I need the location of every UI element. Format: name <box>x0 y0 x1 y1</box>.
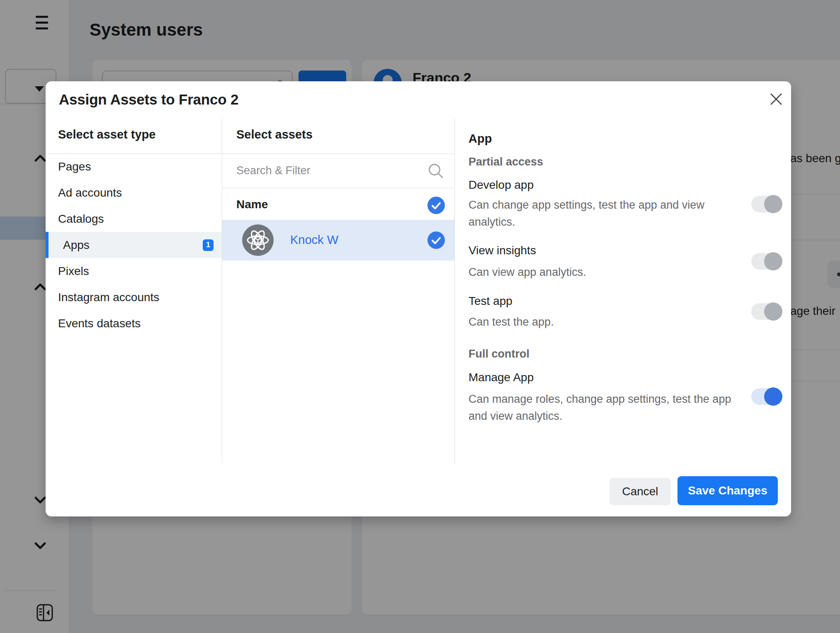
permission-label: Test app <box>469 295 512 308</box>
toggle-manage-app[interactable] <box>751 388 782 405</box>
asset-type-events-datasets[interactable]: Events datasets <box>46 310 222 336</box>
permission-description: Can manage roles, change app settings, t… <box>469 391 740 425</box>
section-heading: Partial access <box>469 156 543 168</box>
asset-type-catalogs[interactable]: Catalogs <box>46 206 222 232</box>
asset-type-pages[interactable]: Pages <box>46 153 222 180</box>
assets-header-row: Name <box>222 188 454 220</box>
atom-app-icon <box>242 224 274 258</box>
permission-label: View insights <box>469 244 536 257</box>
select-all-check-icon[interactable] <box>427 197 445 216</box>
close-icon[interactable] <box>767 90 785 109</box>
panel-header: Select assets <box>236 128 313 141</box>
asset-type-apps[interactable]: Apps 1 <box>46 232 222 258</box>
count-badge: 1 <box>203 239 214 251</box>
search-icon <box>427 162 444 181</box>
permission-description: Can change app settings, test the app an… <box>469 197 740 231</box>
section-heading: Full control <box>469 348 529 360</box>
asset-name: Knock W <box>290 233 338 247</box>
assets-panel: Select assets Name <box>222 118 455 463</box>
assign-assets-dialog: Assign Assets to Franco 2 Select asset t… <box>46 81 791 516</box>
asset-type-ad-accounts[interactable]: Ad accounts <box>46 180 222 206</box>
permission-description: Can test the app. <box>469 314 740 331</box>
asset-type-pixels[interactable]: Pixels <box>46 258 222 284</box>
asset-row-knock-w[interactable]: Knock W <box>222 220 454 261</box>
assets-search-input[interactable] <box>222 153 454 188</box>
permission-description: Can view app analytics. <box>469 264 740 281</box>
selected-accent-bar <box>46 232 49 258</box>
column-header: Name <box>236 198 268 211</box>
toggle-test-app[interactable] <box>751 303 782 320</box>
asset-type-panel: Select asset type Pages Ad accounts Cata… <box>46 118 222 463</box>
asset-check-icon[interactable] <box>427 231 445 251</box>
permission-label: Develop app <box>469 178 534 192</box>
permission-label: Manage App <box>469 371 534 384</box>
screen: System users Franco 2 as been gr age the… <box>0 0 840 633</box>
save-changes-button[interactable]: Save Changes <box>677 476 778 505</box>
permissions-panel: App Partial access Develop app Can chang… <box>455 118 791 463</box>
toggle-develop-app[interactable] <box>751 196 782 212</box>
cancel-button[interactable]: Cancel <box>609 478 671 505</box>
panel-header: Select asset type <box>58 128 155 141</box>
toggle-view-insights[interactable] <box>751 253 782 270</box>
dialog-title: Assign Assets to Franco 2 <box>59 91 238 108</box>
panel-header: App <box>469 132 492 146</box>
asset-type-instagram-accounts[interactable]: Instagram accounts <box>46 284 222 310</box>
